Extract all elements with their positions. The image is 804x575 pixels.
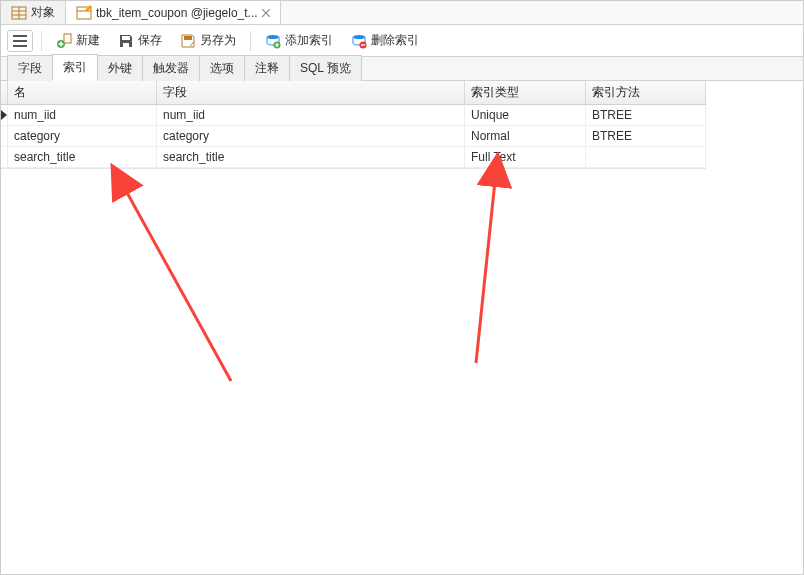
cell-method[interactable]	[586, 147, 706, 167]
saveas-button[interactable]: 另存为	[174, 29, 242, 52]
tab-object[interactable]: 对象	[1, 1, 66, 24]
grid-header: 名 字段 索引类型 索引方法	[1, 81, 706, 105]
cell-field[interactable]: num_iid	[157, 105, 465, 125]
saveas-label: 另存为	[200, 32, 236, 49]
separator	[250, 31, 251, 51]
add-index-icon	[265, 33, 281, 49]
table-icon	[11, 5, 27, 21]
sub-tab-6[interactable]: SQL 预览	[289, 55, 362, 81]
sub-tab-3[interactable]: 触发器	[142, 55, 200, 81]
delete-index-icon	[351, 33, 367, 49]
add-index-button[interactable]: 添加索引	[259, 29, 339, 52]
tab-editor-label: tbk_item_coupon @jiegelo_t...	[96, 6, 258, 20]
col-type[interactable]: 索引类型	[465, 81, 586, 104]
svg-point-11	[267, 35, 279, 39]
cell-name[interactable]: num_iid	[8, 105, 157, 125]
row-marker	[1, 147, 8, 167]
save-label: 保存	[138, 32, 162, 49]
saveas-icon	[180, 33, 196, 49]
tab-editor[interactable]: tbk_item_coupon @jiegelo_t...	[66, 1, 281, 24]
col-field[interactable]: 字段	[157, 81, 465, 104]
svg-line-16	[476, 181, 495, 363]
svg-line-15	[125, 189, 231, 381]
cell-field[interactable]: search_title	[157, 147, 465, 167]
new-button[interactable]: 新建	[50, 29, 106, 52]
cell-method[interactable]: BTREE	[586, 105, 706, 125]
editor-tabs: 字段索引外键触发器选项注释SQL 预览	[1, 57, 803, 81]
index-grid: 名 字段 索引类型 索引方法 num_iidnum_iidUniqueBTREE…	[1, 81, 706, 169]
cell-type[interactable]: Normal	[465, 126, 586, 146]
window-tabs: 对象 tbk_item_coupon @jiegelo_t...	[1, 1, 803, 25]
save-icon	[118, 33, 134, 49]
new-icon	[56, 33, 72, 49]
new-label: 新建	[76, 32, 100, 49]
delete-index-label: 删除索引	[371, 32, 419, 49]
svg-rect-7	[64, 34, 71, 43]
col-name[interactable]: 名	[8, 81, 157, 104]
row-marker	[1, 126, 8, 146]
svg-rect-10	[184, 36, 192, 40]
row-marker-header	[1, 81, 8, 104]
row-marker	[1, 105, 8, 125]
cell-field[interactable]: category	[157, 126, 465, 146]
add-index-label: 添加索引	[285, 32, 333, 49]
table-row[interactable]: num_iidnum_iidUniqueBTREE	[1, 105, 706, 126]
edit-table-icon	[76, 5, 92, 21]
menu-button[interactable]	[7, 30, 33, 52]
separator	[41, 31, 42, 51]
svg-point-13	[353, 35, 365, 39]
sub-tab-2[interactable]: 外键	[97, 55, 143, 81]
cell-type[interactable]: Unique	[465, 105, 586, 125]
svg-rect-9	[123, 43, 129, 47]
sub-tab-4[interactable]: 选项	[199, 55, 245, 81]
cell-name[interactable]: category	[8, 126, 157, 146]
cell-name[interactable]: search_title	[8, 147, 157, 167]
sub-tab-5[interactable]: 注释	[244, 55, 290, 81]
cell-type[interactable]: Full Text	[465, 147, 586, 167]
cell-method[interactable]: BTREE	[586, 126, 706, 146]
sub-tab-1[interactable]: 索引	[52, 54, 98, 81]
close-icon[interactable]	[262, 9, 270, 17]
col-method[interactable]: 索引方法	[586, 81, 706, 104]
svg-rect-8	[122, 36, 130, 40]
sub-tab-0[interactable]: 字段	[7, 55, 53, 81]
delete-index-button[interactable]: 删除索引	[345, 29, 425, 52]
toolbar: 新建 保存 另存为 添加索引 删除索引	[1, 25, 803, 57]
tab-object-label: 对象	[31, 4, 55, 21]
table-row[interactable]: categorycategoryNormalBTREE	[1, 126, 706, 147]
save-button[interactable]: 保存	[112, 29, 168, 52]
table-row[interactable]: search_titlesearch_titleFull Text	[1, 147, 706, 168]
